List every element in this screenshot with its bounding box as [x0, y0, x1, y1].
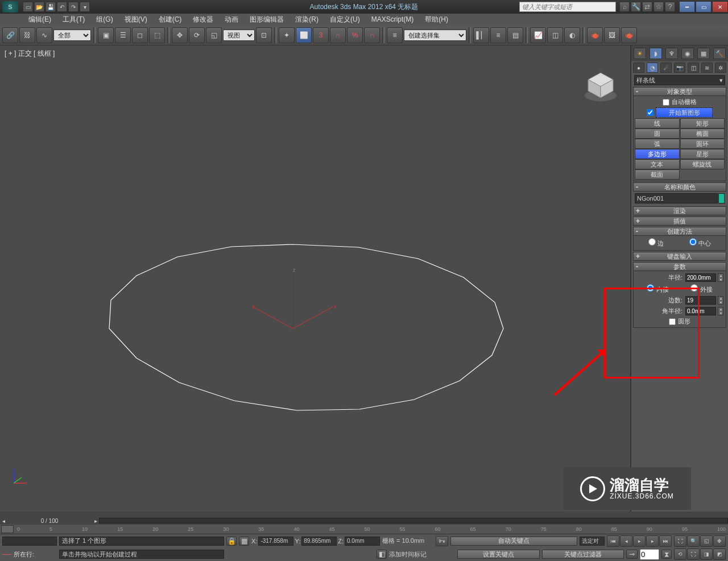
circular-checkbox[interactable] [669, 318, 676, 325]
fov-icon[interactable]: ◱ [700, 535, 713, 547]
qat-open-icon[interactable]: 📂 [34, 2, 44, 12]
subtab-lights[interactable]: ☄ [660, 63, 672, 73]
time-config-icon[interactable] [1, 525, 14, 533]
wrench-icon[interactable]: 🔧 [631, 2, 641, 12]
snap-icon[interactable]: ∩ [364, 27, 380, 43]
sides-spin-buttons[interactable]: ▴▾ [718, 296, 723, 305]
app-icon[interactable]: S [2, 1, 18, 13]
menu-grapheditors[interactable]: 图形编辑器 [244, 14, 289, 26]
coord-x-input[interactable] [258, 537, 293, 546]
object-name-input[interactable] [635, 193, 718, 203]
play-icon[interactable]: ▸ [633, 535, 646, 547]
curve-editor-icon[interactable]: 📈 [530, 27, 546, 43]
radio-inscribed[interactable] [647, 284, 654, 292]
qat-save-icon[interactable]: 💾 [46, 2, 56, 12]
key-icon[interactable]: 🗝 [436, 536, 448, 546]
move-icon[interactable]: ✥ [172, 27, 188, 43]
scale-icon[interactable]: ◱ [206, 27, 222, 43]
align-icon[interactable]: ≡ [490, 27, 506, 43]
menu-help[interactable]: 帮助(H) [419, 14, 454, 26]
close-button[interactable]: ✕ [712, 1, 728, 13]
link-icon[interactable]: 🔗 [2, 27, 18, 43]
menu-edit[interactable]: 编辑(E) [23, 14, 57, 26]
selection-filter-dropdown[interactable]: 全部 [53, 30, 91, 41]
zoom-extents-icon[interactable]: ⛶ [674, 535, 686, 547]
menu-create[interactable]: 创建(C) [153, 14, 188, 26]
tab-utilities[interactable]: 🔨 [713, 48, 726, 59]
btn-star[interactable]: 星形 [680, 149, 725, 159]
rollout-object-type[interactable]: -对象类型 [633, 87, 726, 96]
qat-more-icon[interactable]: ▾ [80, 2, 90, 12]
subtab-helpers[interactable]: ◫ [688, 63, 699, 73]
track-scrollbar[interactable] [99, 518, 728, 523]
render-frame-icon[interactable]: 🖼 [604, 27, 620, 43]
ref-coord-dropdown[interactable]: 视图 [223, 30, 255, 41]
select-region-icon[interactable]: ◻ [132, 27, 148, 43]
subtab-shapes[interactable]: ◔ [647, 63, 658, 73]
minimize-button[interactable]: ━ [679, 1, 695, 13]
goto-start-icon[interactable]: ⏮ [607, 535, 619, 547]
menu-maxscript[interactable]: MAXScript(M) [366, 14, 420, 24]
tag-icon[interactable]: ◧ [377, 550, 387, 559]
frame-indicator[interactable]: 0 / 100 [7, 518, 92, 524]
btn-rectangle[interactable]: 矩形 [680, 118, 725, 128]
time-cfg-icon[interactable]: ⧗ [661, 550, 672, 559]
subtab-systems[interactable]: ✲ [715, 63, 726, 73]
rollout-creation-method[interactable]: -创建方法 [633, 227, 726, 236]
menu-tools[interactable]: 工具(T) [57, 14, 90, 26]
set-key-button[interactable]: 设置关键点 [457, 550, 540, 559]
pan-icon[interactable]: ✥ [713, 535, 726, 547]
btn-line[interactable]: 线 [635, 118, 680, 128]
pivot-icon[interactable]: ⊡ [256, 27, 272, 43]
star-icon[interactable]: ☆ [653, 2, 664, 12]
menu-views[interactable]: 视图(V) [119, 14, 153, 26]
key-mode-icon[interactable]: ⊸ [626, 550, 638, 559]
qat-redo-icon[interactable]: ↷ [68, 2, 78, 12]
timeline-ruler[interactable]: 0510152025303540455055606570758085909510… [15, 526, 728, 532]
current-frame-input[interactable] [640, 549, 659, 560]
btn-section[interactable]: 截面 [635, 169, 680, 180]
corner-spin-buttons[interactable]: ▴▾ [718, 307, 723, 315]
snap-toggle-icon[interactable]: ⬜ [296, 27, 312, 43]
binoculars-icon[interactable]: ⌕ [619, 2, 630, 12]
coord-y-input[interactable] [301, 537, 337, 546]
named-selection-dropdown[interactable]: 创建选择集 [404, 30, 466, 41]
rollout-keyboard[interactable]: +键盘输入 [633, 252, 726, 261]
bind-icon[interactable]: ∿ [36, 27, 52, 43]
min-max-icon[interactable]: ◩ [713, 548, 726, 560]
tab-hierarchy[interactable]: ♆ [665, 48, 678, 59]
menu-group[interactable]: 组(G) [90, 14, 118, 26]
goto-end-icon[interactable]: ⏭ [659, 535, 672, 547]
render-setup-icon[interactable]: 🫖 [587, 27, 603, 43]
radio-edge[interactable] [648, 238, 656, 246]
start-new-shape-checkbox[interactable] [647, 109, 653, 116]
layers-icon[interactable]: ▤ [507, 27, 523, 43]
prev-frame-icon[interactable]: ◂ [620, 535, 632, 547]
qat-undo-icon[interactable]: ↶ [57, 2, 67, 12]
menu-animation[interactable]: 动画 [219, 14, 244, 26]
btn-arc[interactable]: 弧 [635, 139, 680, 149]
tab-display[interactable]: ▦ [697, 48, 710, 59]
subtab-spacewarps[interactable]: ≋ [701, 63, 713, 73]
percent-snap-icon[interactable]: ∩ [330, 27, 346, 43]
category-dropdown[interactable]: 样条线▾ [634, 75, 725, 85]
start-new-shape-button[interactable]: 开始新图形 [656, 107, 713, 118]
schematic-icon[interactable]: ◫ [547, 27, 563, 43]
coord-z-input[interactable] [345, 537, 380, 546]
select-name-icon[interactable]: ☰ [115, 27, 131, 43]
key-filter-button[interactable]: 关键点过滤器 [542, 550, 624, 559]
btn-circle[interactable]: 圆 [635, 128, 680, 139]
window-crossing-icon[interactable]: ⬚ [149, 27, 165, 43]
material-editor-icon[interactable]: ◐ [564, 27, 580, 43]
unlink-icon[interactable]: ⛓ [19, 27, 35, 43]
add-time-tag-label[interactable]: 添加时间标记 [389, 550, 440, 559]
btn-ellipse[interactable]: 椭圆 [680, 128, 725, 139]
qat-new-icon[interactable]: ▭ [23, 2, 33, 12]
sides-spinner[interactable]: 19 [685, 296, 716, 305]
rollout-interpolation[interactable]: +插值 [633, 217, 726, 226]
menu-modifiers[interactable]: 修改器 [187, 14, 219, 26]
radius-spinner[interactable]: 200.0mm [685, 273, 716, 282]
tab-modify[interactable]: ◗ [650, 48, 662, 59]
angle-snap-icon[interactable]: 3 [313, 27, 329, 43]
rollout-name-color[interactable]: -名称和颜色 [633, 182, 726, 192]
